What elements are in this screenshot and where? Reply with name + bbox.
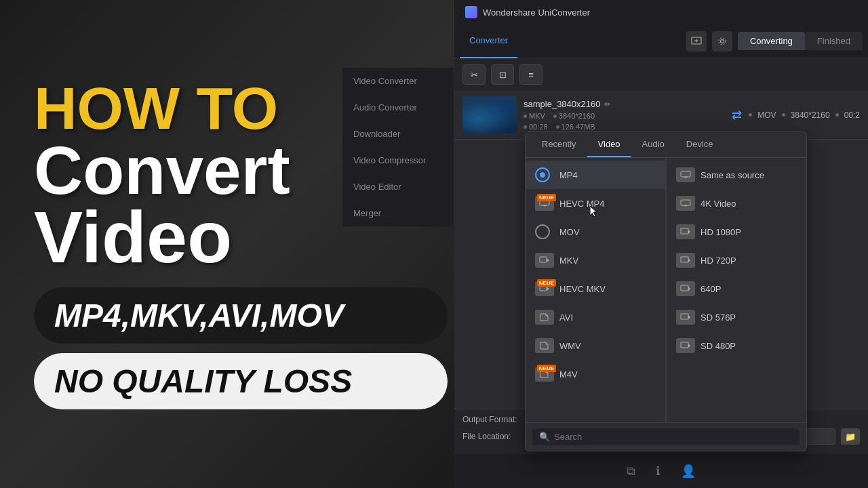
format-label-wmv: WMV xyxy=(559,341,581,351)
source-size: 126.47MB xyxy=(556,123,595,131)
format-item-sd480[interactable]: SD 480P xyxy=(667,331,806,360)
quality-text: NO QUALITY LOSS xyxy=(54,363,427,400)
svg-marker-26 xyxy=(681,342,688,348)
folder-button[interactable]: 📁 xyxy=(841,428,860,445)
format-tabs: Recently Video Audio Device xyxy=(526,132,806,158)
svg-rect-15 xyxy=(681,200,690,205)
same-source-icon xyxy=(676,167,695,182)
format-label-hevc-mp4: HEVC MP4 xyxy=(559,199,604,209)
format-right-column: Same as source 4K Video HD 1080P xyxy=(667,158,806,422)
svg-marker-27 xyxy=(688,344,690,348)
user-icon[interactable]: 👤 xyxy=(681,464,696,479)
svg-marker-20 xyxy=(681,257,688,262)
format-item-640p[interactable]: 640P xyxy=(667,274,806,303)
source-resolution: 3840*2160 xyxy=(553,112,595,120)
feedback-icon[interactable]: ⧉ xyxy=(627,464,635,479)
nav-item-converter[interactable]: Converter xyxy=(460,24,517,58)
settings-button[interactable] xyxy=(712,31,732,52)
mov-icon xyxy=(535,224,550,239)
format-item-avi[interactable]: AVI xyxy=(526,303,665,331)
format-item-mkv[interactable]: MKV xyxy=(526,246,665,274)
file-name-text: sample_3840x2160 xyxy=(524,99,600,109)
quality-badge: NO QUALITY LOSS xyxy=(34,353,448,409)
tab-finished[interactable]: Finished xyxy=(805,32,863,50)
sidebar-item-audio-converter[interactable]: Audio Converter xyxy=(342,94,454,121)
svg-marker-23 xyxy=(688,287,690,291)
svg-marker-19 xyxy=(688,230,690,234)
mkv-icon xyxy=(535,253,554,268)
nav-bar: Converter Converting Finished xyxy=(454,24,868,58)
sd576-icon xyxy=(676,310,695,325)
format-item-m4v[interactable]: NEUE M4V xyxy=(526,360,665,388)
app-logo-icon xyxy=(465,6,477,18)
sd480-icon xyxy=(676,338,695,353)
format-label-640p: 640P xyxy=(701,284,721,294)
format-item-sd576[interactable]: SD 576P xyxy=(667,303,806,331)
format-label-hevc-mkv: HEVC MKV xyxy=(559,284,606,294)
info-icon[interactable]: ℹ xyxy=(656,464,660,479)
format-label-m4v: M4V xyxy=(559,369,578,380)
bottom-nav: ⧉ ℹ 👤 xyxy=(454,454,868,488)
title-bar: Wondershare UniConverter xyxy=(454,0,868,24)
source-duration: 00:28 xyxy=(524,123,548,131)
format-item-wmv[interactable]: WMV xyxy=(526,331,665,360)
format-item-mov[interactable]: MOV xyxy=(526,218,665,246)
format-item-hd720[interactable]: HD 720P xyxy=(667,246,806,274)
format-label-sd480: SD 480P xyxy=(701,341,736,351)
svg-rect-8 xyxy=(540,257,547,262)
format-panel: Recently Video Audio Device MP4 xyxy=(525,131,807,451)
neue-badge-mkv: NEUE xyxy=(537,279,556,287)
add-file-button[interactable] xyxy=(686,31,707,52)
toolbar-area: ✂ ⊡ ≡ xyxy=(454,58,868,91)
format-label-mov: MOV xyxy=(559,227,580,237)
format-label-avi: AVI xyxy=(559,312,573,323)
svg-marker-11 xyxy=(547,287,549,291)
format-left-column: MP4 NEUE HEVC MP4 xyxy=(526,158,666,422)
file-thumbnail xyxy=(462,96,517,134)
search-input[interactable] xyxy=(554,432,793,442)
nav-icons xyxy=(686,31,732,52)
formats-text: MP4,MKV,AVI,MOV xyxy=(54,297,427,334)
sidebar-item-video-compressor[interactable]: Video Compressor xyxy=(342,147,454,174)
640p-icon xyxy=(676,281,695,296)
search-input-wrap: 🔍 xyxy=(532,428,800,445)
svg-marker-24 xyxy=(681,314,688,319)
app-title: Wondershare UniConverter xyxy=(483,7,590,18)
sidebar-item-video-editor[interactable]: Video Editor xyxy=(342,174,454,200)
sidebar-item-merger[interactable]: Merger xyxy=(342,200,454,226)
format-label-hd1080: HD 1080P xyxy=(701,227,741,237)
tab-video[interactable]: Video xyxy=(587,132,631,157)
app-panel: Wondershare UniConverter Converter Conve… xyxy=(454,0,868,488)
sidebar-item-downloader[interactable]: Downloader xyxy=(342,121,454,147)
output-info: MOV 3840*2160 00:2 xyxy=(749,110,860,120)
format-item-4k[interactable]: 4K Video xyxy=(667,189,806,218)
mp4-icon xyxy=(535,167,550,182)
svg-marker-9 xyxy=(547,258,549,262)
source-format: MKV xyxy=(524,112,545,120)
format-search-area: 🔍 xyxy=(526,422,806,451)
format-label-sd576: SD 576P xyxy=(701,312,736,323)
file-info: sample_3840x2160 ✏ MKV 3840*2160 00:28 xyxy=(524,99,725,131)
search-icon: 🔍 xyxy=(539,432,550,442)
format-item-hevc-mp4[interactable]: NEUE HEVC MP4 xyxy=(526,189,665,218)
tab-recently[interactable]: Recently xyxy=(531,132,587,157)
format-item-hevc-mkv[interactable]: NEUE HEVC MKV xyxy=(526,274,665,303)
edit-icon[interactable]: ✏ xyxy=(604,100,611,109)
tab-audio[interactable]: Audio xyxy=(631,132,675,157)
svg-point-4 xyxy=(719,38,726,45)
hd720-icon xyxy=(676,253,695,268)
effects-button[interactable]: ≡ xyxy=(519,64,542,85)
file-location-label: File Location: xyxy=(462,432,530,441)
tab-device[interactable]: Device xyxy=(675,132,724,157)
sidebar-item-video-converter[interactable]: Video Converter xyxy=(342,68,454,94)
format-item-same-as-source[interactable]: Same as source xyxy=(667,161,806,189)
tab-converting[interactable]: Converting xyxy=(738,32,805,50)
format-item-hd1080[interactable]: HD 1080P xyxy=(667,218,806,246)
neue-badge-m4v: NEUE xyxy=(537,365,556,372)
avi-icon xyxy=(535,310,554,325)
sidebar-partial: Video Converter Audio Converter Download… xyxy=(342,68,454,226)
format-item-mp4[interactable]: MP4 xyxy=(526,161,665,189)
svg-marker-21 xyxy=(688,258,690,262)
scissors-button[interactable]: ✂ xyxy=(462,64,486,85)
crop-button[interactable]: ⊡ xyxy=(491,64,514,85)
